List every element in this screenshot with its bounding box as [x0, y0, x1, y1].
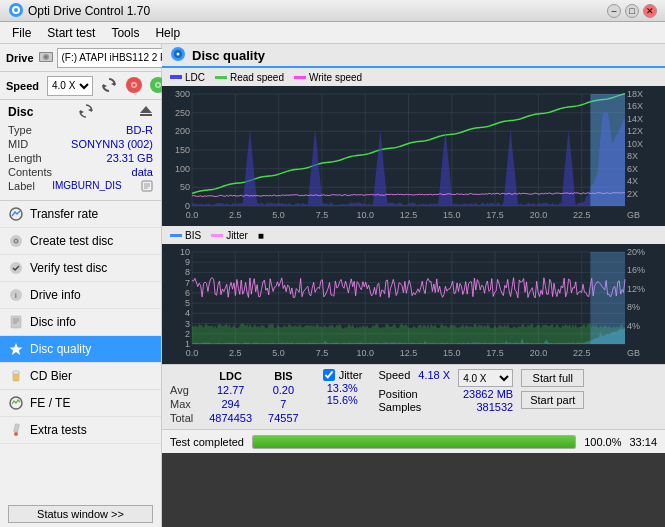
- write-legend-label: Write speed: [309, 72, 362, 83]
- start-full-button[interactable]: Start full: [521, 369, 584, 387]
- disc-panel: Disc Type BD-R MID SONYNN3 (002) Length …: [0, 100, 161, 201]
- minimize-button[interactable]: –: [607, 4, 621, 18]
- verify-test-disc-label: Verify test disc: [30, 261, 107, 275]
- svg-point-44: [177, 53, 180, 56]
- upper-chart: [162, 86, 665, 226]
- menubar: File Start test Tools Help: [0, 22, 665, 44]
- app-icon: [8, 2, 24, 20]
- fe-te-label: FE / TE: [30, 396, 70, 410]
- lower-chart: [162, 244, 665, 364]
- menu-tools[interactable]: Tools: [103, 24, 147, 42]
- status-window-button[interactable]: Status window >>: [8, 505, 153, 523]
- statusbar: Test completed 100.0% 33:14: [162, 429, 665, 453]
- menu-start-test[interactable]: Start test: [39, 24, 103, 42]
- nav-drive-info[interactable]: i Drive info: [0, 282, 161, 309]
- disc-label-edit-icon[interactable]: [141, 180, 153, 194]
- lower-chart-marker: ■: [258, 230, 264, 241]
- svg-text:i: i: [15, 291, 17, 300]
- disc-icon1[interactable]: [125, 76, 143, 96]
- bis-legend-label: BIS: [185, 230, 201, 241]
- progress-container: [252, 435, 576, 449]
- fe-te-icon: [8, 395, 24, 411]
- svg-rect-38: [13, 371, 19, 374]
- stats-table: LDC BIS Avg 12.77 0.20 Max 294 7: [170, 369, 307, 425]
- svg-marker-22: [140, 106, 152, 113]
- disc-section-label: Disc: [8, 105, 33, 119]
- svg-rect-32: [11, 316, 21, 328]
- position-value: 23862 MB: [463, 388, 513, 400]
- extra-tests-icon: [8, 422, 24, 438]
- svg-rect-40: [14, 424, 20, 433]
- total-ldc: 4874453: [201, 411, 260, 425]
- sidebar: Drive (F:) ATAPI iHBS112 2 PL06 Speed 4.…: [0, 44, 162, 527]
- cd-bier-icon: [8, 368, 24, 384]
- create-test-disc-icon: [8, 233, 24, 249]
- total-label: Total: [170, 411, 201, 425]
- jitter-section: Jitter 13.3% 15.6%: [323, 369, 363, 406]
- mid-value: SONYNN3 (002): [71, 138, 153, 150]
- menu-help[interactable]: Help: [147, 24, 188, 42]
- start-part-button[interactable]: Start part: [521, 391, 584, 409]
- menu-file[interactable]: File: [4, 24, 39, 42]
- drive-info-label: Drive info: [30, 288, 81, 302]
- stats-empty-header: [170, 369, 201, 383]
- samples-label: Samples: [379, 401, 422, 413]
- read-legend-color: [215, 76, 227, 79]
- app-title: Opti Drive Control 1.70: [28, 4, 607, 18]
- upper-chart-area: [162, 86, 665, 226]
- contents-label: Contents: [8, 166, 52, 178]
- bis-legend-color: [170, 234, 182, 237]
- svg-marker-21: [80, 110, 84, 114]
- total-bis: 74557: [260, 411, 307, 425]
- stats-area: LDC BIS Avg 12.77 0.20 Max 294 7: [162, 364, 665, 429]
- avg-ldc: 12.77: [201, 383, 260, 397]
- svg-point-13: [133, 83, 136, 86]
- refresh-icon[interactable]: [101, 77, 117, 95]
- nav-cd-bier[interactable]: CD Bier: [0, 363, 161, 390]
- stats-ldc-header: LDC: [201, 369, 260, 383]
- nav-verify-test-disc[interactable]: Verify test disc: [0, 255, 161, 282]
- drive-row: Drive (F:) ATAPI iHBS112 2 PL06: [0, 44, 161, 72]
- maximize-button[interactable]: □: [625, 4, 639, 18]
- drive-icon: [38, 50, 54, 66]
- disc-eject-icon[interactable]: [139, 104, 153, 120]
- avg-jitter: 13.3%: [323, 382, 363, 394]
- transfer-rate-label: Transfer rate: [30, 207, 98, 221]
- create-test-disc-label: Create test disc: [30, 234, 113, 248]
- ldc-legend-label: LDC: [185, 72, 205, 83]
- avg-label: Avg: [170, 383, 201, 397]
- elapsed-time: 33:14: [629, 436, 657, 448]
- disc-quality-label: Disc quality: [30, 342, 91, 356]
- speed-info: Speed 4.18 X 4.0 X Position 23862 MB Sam…: [379, 369, 514, 414]
- svg-point-16: [157, 83, 160, 86]
- contents-value: data: [132, 166, 153, 178]
- max-label: Max: [170, 397, 201, 411]
- svg-marker-10: [103, 84, 107, 88]
- position-label: Position: [379, 388, 418, 400]
- svg-point-41: [14, 432, 18, 436]
- lower-legend: BIS Jitter ■: [162, 226, 665, 244]
- ldc-legend-color: [170, 75, 182, 79]
- speed-label: Speed: [6, 80, 39, 92]
- close-button[interactable]: ✕: [643, 4, 657, 18]
- nav-fe-te[interactable]: FE / TE: [0, 390, 161, 417]
- svg-point-6: [44, 55, 47, 58]
- titlebar: Opti Drive Control 1.70 – □ ✕: [0, 0, 665, 22]
- disc-info-label: Disc info: [30, 315, 76, 329]
- speed-select[interactable]: 4.0 X: [47, 76, 93, 96]
- verify-test-disc-icon: [8, 260, 24, 276]
- speed-selector[interactable]: 4.0 X: [458, 369, 513, 387]
- nav-disc-quality[interactable]: Disc quality: [0, 336, 161, 363]
- disc-quality-title: Disc quality: [192, 48, 265, 63]
- nav-transfer-rate[interactable]: Transfer rate: [0, 201, 161, 228]
- disc-refresh-icon[interactable]: [79, 104, 93, 120]
- read-legend-label: Read speed: [230, 72, 284, 83]
- length-label: Length: [8, 152, 42, 164]
- jitter-checkbox[interactable]: [323, 369, 335, 381]
- disc-label-value: IMGBURN_DIS: [52, 180, 121, 194]
- nav-disc-info[interactable]: Disc info: [0, 309, 161, 336]
- nav-create-test-disc[interactable]: Create test disc: [0, 228, 161, 255]
- jitter-legend-label: Jitter: [226, 230, 248, 241]
- speed-row: Speed 4.0 X: [0, 72, 161, 100]
- nav-extra-tests[interactable]: Extra tests: [0, 417, 161, 444]
